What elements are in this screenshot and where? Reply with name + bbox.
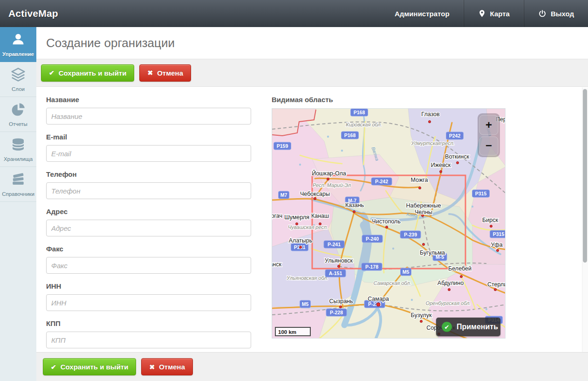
layers-icon <box>10 67 26 84</box>
sidebar-item-label: Управление <box>2 51 34 57</box>
field-4: Адрес <box>46 208 251 236</box>
city-label: Набережные <box>406 202 441 209</box>
road-badge-label: P-178 <box>365 264 378 270</box>
sidebar-item-2[interactable]: Слои <box>0 62 36 97</box>
field-label: E-mail <box>46 133 251 141</box>
power-icon <box>538 9 547 18</box>
map-region-label: Ульяновская обл. <box>286 275 328 281</box>
city-dot <box>353 210 355 213</box>
city-label: Канаш <box>311 213 329 219</box>
sidebar-item-1[interactable]: Управление <box>0 27 36 62</box>
sidebar-item-label: Хранилища <box>4 156 33 162</box>
field-input-5[interactable] <box>46 257 251 274</box>
city-label: Чебоксары <box>300 191 330 197</box>
page-title: Создание организации <box>36 36 175 50</box>
database-icon <box>10 137 26 154</box>
save-button-bottom[interactable]: ✔ Сохранить и выйти <box>43 358 136 375</box>
field-input-3[interactable] <box>46 182 251 199</box>
field-label: Факс <box>46 245 251 253</box>
sidebar-item-label: Отчеты <box>9 121 27 127</box>
map-scale-label: 100 km <box>278 329 296 335</box>
apply-check-icon: ✔ <box>442 322 452 332</box>
header-user-label: Администратор <box>395 10 450 18</box>
check-icon: ✔ <box>49 69 55 76</box>
city-dot <box>299 246 301 248</box>
city-dot <box>460 275 462 277</box>
header-map-label: Карта <box>490 10 510 18</box>
sidebar-item-label: Справочники <box>2 191 34 197</box>
visible-area-map[interactable]: Кировская обл.Удмуртская респ.Респ. Мари… <box>272 108 506 339</box>
city-label: Челны <box>415 209 432 215</box>
city-label: Бирск <box>482 217 498 223</box>
road-badge-label: P168 <box>344 132 356 138</box>
apply-button[interactable]: ✔ Применить <box>436 318 500 336</box>
books-icon <box>10 172 26 189</box>
user-icon <box>10 32 26 49</box>
city-label: Казань <box>345 202 364 208</box>
city-dot <box>420 320 422 322</box>
city-label: Сызрань <box>329 298 353 305</box>
app-logo: ActiveMap <box>0 8 58 19</box>
field-label: Адрес <box>46 208 251 215</box>
city-dot <box>327 178 329 180</box>
city-dot <box>418 187 421 189</box>
header-user[interactable]: Администратор <box>381 0 464 27</box>
city-dot <box>448 288 450 291</box>
road-badge-label: P315 <box>475 191 487 196</box>
sidebar-item-4[interactable]: Хранилища <box>0 132 36 167</box>
map-region-label: Удмуртская респ. <box>410 140 455 146</box>
header-map-link[interactable]: Карта <box>464 0 524 27</box>
city-label: Саранск <box>272 261 282 268</box>
city-dot <box>490 225 492 227</box>
city-dot <box>385 226 388 228</box>
city-label: Самара <box>368 296 389 302</box>
city-dot <box>456 161 458 164</box>
road-badge-label: P-239 <box>404 232 417 237</box>
save-button-label: Сохранить и выйти <box>61 363 129 371</box>
save-button[interactable]: ✔ Сохранить и выйти <box>41 64 134 82</box>
road-badge-label: M5 <box>302 301 309 307</box>
scrollbar-thumb[interactable] <box>583 89 587 263</box>
road-badge-label: P-228 <box>330 310 343 315</box>
road-badge-label: P-241 <box>328 242 341 247</box>
toolbar-top: ✔ Сохранить и выйти ✖ Отмена <box>36 59 588 87</box>
cancel-button[interactable]: ✖ Отмена <box>139 64 191 82</box>
city-label: Бугульма <box>420 249 445 256</box>
map-region-label: Чувашская респ. <box>288 224 328 230</box>
cancel-button-bottom[interactable]: ✖ Отмена <box>141 358 193 375</box>
field-2: E-mail <box>46 133 251 162</box>
city-label: Йошкар-Ола <box>312 170 346 177</box>
city-label: Стерлитамак <box>487 281 506 288</box>
field-6: ИНН <box>46 282 251 311</box>
field-input-1[interactable] <box>46 108 251 125</box>
city-label: Ижевск <box>431 162 451 168</box>
field-label: ИНН <box>46 282 251 290</box>
city-label: Можга <box>411 177 428 183</box>
city-dot <box>422 243 424 245</box>
road-badge-label: M7 <box>280 192 287 198</box>
field-input-4[interactable] <box>46 220 251 236</box>
field-3: Телефон <box>46 170 251 199</box>
city-dot <box>319 222 321 225</box>
field-input-7[interactable] <box>46 332 251 348</box>
form-content: НазваниеE-mailТелефонАдресФаксИННКПП Вид… <box>36 87 588 352</box>
city-dot <box>337 265 340 267</box>
city-label: Белебей <box>448 265 472 272</box>
map-region-label: Кировская обл. <box>346 122 382 127</box>
city-dot <box>494 288 496 291</box>
city-dot <box>376 303 380 306</box>
field-label: Телефон <box>46 170 251 178</box>
city-label: Ульяновск <box>325 257 353 264</box>
sidebar-item-3[interactable]: Отчеты <box>0 97 36 132</box>
header-logout[interactable]: Выход <box>524 0 588 27</box>
road-badge-label: M5 <box>403 269 410 275</box>
sidebar-item-5[interactable]: Справочники <box>0 167 36 202</box>
field-input-2[interactable] <box>46 145 251 162</box>
map-pin-icon <box>478 9 486 18</box>
field-input-6[interactable] <box>46 294 251 311</box>
header-logout-label: Выход <box>551 10 574 18</box>
zoom-in-icon: + <box>485 118 492 131</box>
content-scrollbar[interactable] <box>582 87 588 352</box>
city-label: Алатырь <box>289 237 312 244</box>
pie-chart-icon <box>10 102 26 119</box>
